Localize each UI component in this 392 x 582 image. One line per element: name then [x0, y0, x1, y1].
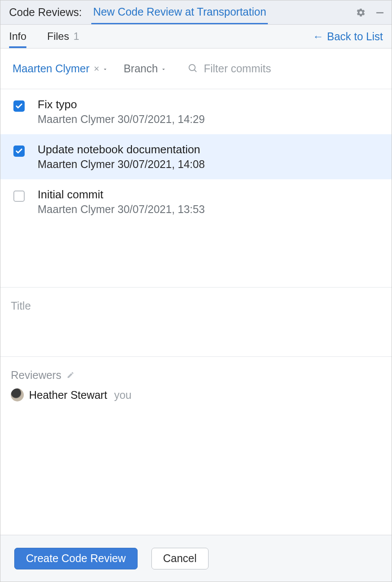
pencil-icon[interactable] — [67, 369, 74, 382]
branch-filter-label: Branch — [124, 62, 158, 75]
create-code-review-button[interactable]: Create Code Review — [14, 548, 138, 569]
chevron-down-icon — [161, 62, 167, 75]
avatar — [11, 388, 24, 401]
commit-checkbox[interactable] — [13, 146, 25, 157]
commit-row[interactable]: Initial commitMaarten Clymer 30/07/2021,… — [0, 179, 392, 224]
panel-header-label: Code Reviews: — [9, 6, 82, 19]
create-code-review-label: Create Code Review — [26, 552, 126, 565]
clear-author-icon[interactable]: × — [94, 63, 100, 74]
tab-files[interactable]: Files 1 — [47, 25, 79, 48]
svg-line-2 — [194, 70, 196, 72]
cancel-label: Cancel — [163, 552, 197, 565]
tab-bar: Info Files 1 ← Back to List — [0, 25, 392, 48]
reviewer-name: Heather Stewart — [29, 389, 107, 401]
commit-title: Fix typo — [38, 98, 205, 111]
tab-files-label: Files — [47, 30, 69, 42]
commit-title: Update notebook documentation — [38, 143, 205, 156]
svg-rect-0 — [376, 12, 384, 13]
chevron-down-icon — [102, 62, 108, 75]
tab-info-label: Info — [9, 30, 26, 42]
filter-commits-input[interactable] — [204, 62, 360, 75]
tab-files-count: 1 — [74, 30, 79, 42]
cancel-button[interactable]: Cancel — [151, 548, 209, 569]
commit-checkbox[interactable] — [13, 100, 25, 112]
commit-list: Fix typoMaarten Clymer 30/07/2021, 14:29… — [0, 89, 392, 288]
reviewers-label: Reviewers — [11, 369, 61, 382]
commit-meta: Maarten Clymer 30/07/2021, 14:29 — [38, 113, 205, 126]
title-section — [0, 288, 392, 357]
search-icon — [187, 63, 198, 75]
panel-header: Code Reviews: New Code Review at Transpo… — [0, 0, 392, 25]
branch-filter[interactable]: Branch — [124, 62, 167, 75]
reviewer-item: Heather Stewart you — [11, 388, 381, 401]
filter-commits-search — [187, 62, 360, 75]
gear-icon[interactable] — [354, 6, 367, 19]
arrow-left-icon: ← — [313, 30, 324, 43]
title-input[interactable] — [11, 300, 381, 312]
commit-row[interactable]: Update notebook documentationMaarten Cly… — [0, 134, 392, 179]
tab-info[interactable]: Info — [9, 25, 26, 48]
reviewer-you-suffix: you — [114, 389, 132, 401]
commit-checkbox[interactable] — [13, 191, 25, 202]
svg-point-1 — [189, 65, 195, 71]
minimize-icon[interactable] — [373, 6, 386, 19]
author-filter[interactable]: Maarten Clymer × — [13, 62, 108, 75]
panel-header-title[interactable]: New Code Review at Transportation — [91, 0, 268, 24]
reviewers-section: Reviewers Heather Stewart you — [0, 357, 392, 535]
filter-bar: Maarten Clymer × Branch — [0, 48, 392, 89]
footer-bar: Create Code Review Cancel — [0, 535, 392, 582]
commit-row[interactable]: Fix typoMaarten Clymer 30/07/2021, 14:29 — [0, 89, 392, 134]
author-filter-label: Maarten Clymer — [13, 62, 90, 75]
back-to-list-link[interactable]: ← Back to List — [313, 30, 383, 43]
commit-title: Initial commit — [38, 188, 205, 201]
back-to-list-label: Back to List — [327, 30, 383, 43]
commit-meta: Maarten Clymer 30/07/2021, 13:53 — [38, 203, 205, 216]
commit-meta: Maarten Clymer 30/07/2021, 14:08 — [38, 158, 205, 171]
